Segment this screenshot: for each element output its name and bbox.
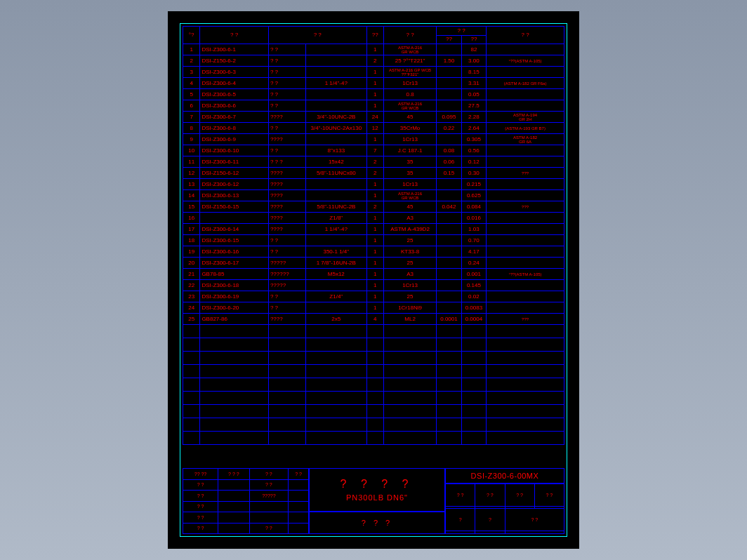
cell-w1: 1.50 xyxy=(437,55,461,67)
bom-row: 14DSI-Z300-6-13????1ASTM A-216GR WCB0.62… xyxy=(183,190,564,201)
bom-row: 9DSI-Z300-6-9????11Cr130.305ASTM A-182GR… xyxy=(183,134,564,145)
cell-name: ? ? xyxy=(268,55,305,67)
cell-code: DSI-Z300-6-6 xyxy=(200,100,269,112)
cell-w2: 82 xyxy=(461,44,486,55)
titleblock-left-cell: ? ? xyxy=(183,512,218,524)
titleblock-left-row: ? ? xyxy=(183,512,309,524)
titleblock-right-cell: ? xyxy=(446,509,475,531)
cell-name: ???? xyxy=(268,213,305,224)
cell-mat: ASTM A-216 GP WCB??"F321" xyxy=(383,67,436,78)
hdr-rem: ? ? xyxy=(487,27,564,44)
cell-spec: 5/8"-11UNC-2B xyxy=(306,201,366,213)
cell-w2: 0.30 xyxy=(461,168,486,179)
cell-spec xyxy=(306,235,366,246)
cell-w2: 0.016 xyxy=(461,213,486,224)
cell-seq: 15 xyxy=(183,201,200,213)
cell-w1 xyxy=(437,235,461,246)
bom-row: 4DSI-Z300-6-4? ?1 1/4"-4?11Cr133.31(ASTM… xyxy=(183,78,564,89)
title-block: ?? ??? ? ?? ?? ?? ?? ?? ??????? ?? ?? ??… xyxy=(183,468,564,534)
bom-row: 6DSI-Z300-6-6? ?1ASTM A-216GR WCB27.5 xyxy=(183,100,564,112)
cell-code: DSI-Z300-6-15 xyxy=(200,235,269,246)
cell-mat: A3 xyxy=(383,213,436,224)
cell-name: ? ? xyxy=(268,246,305,258)
bom-empty-row xyxy=(183,352,564,365)
content-area: °?? ?? ???? ?? ?????? ?1DSI-Z300-6-1? ?1… xyxy=(183,26,564,534)
titleblock-right-cell: ? ? xyxy=(505,509,564,531)
cell-rem xyxy=(487,213,564,224)
cell-name: ???? xyxy=(268,201,305,213)
cell-w2: 0.215 xyxy=(461,179,486,190)
cell-rem xyxy=(487,145,564,156)
cell-w1 xyxy=(437,280,461,291)
cell-rem: ??? xyxy=(487,201,564,213)
titleblock-left-cell xyxy=(289,479,309,491)
titleblock-right-cell xyxy=(475,531,505,534)
cell-spec xyxy=(306,190,366,201)
cell-code: DSI-Z300-6-17 xyxy=(200,258,269,269)
bom-empty-row xyxy=(183,338,564,352)
cell-qty: 1 xyxy=(366,134,383,145)
cell-code: DSI-Z300-6-14 xyxy=(200,224,269,235)
cell-code: DSI-Z300-6-4 xyxy=(200,78,269,89)
titleblock-left-cell xyxy=(289,512,309,524)
titleblock-left-cell: ? ? xyxy=(249,523,288,534)
titleblock-left-cell xyxy=(218,501,250,512)
cell-seq: 17 xyxy=(183,224,200,235)
cell-mat: 1Cr13 xyxy=(383,78,436,89)
cell-qty: 12 xyxy=(366,123,383,134)
cell-w2: 3.31 xyxy=(461,78,486,89)
cell-name: ????? xyxy=(268,258,305,269)
titleblock-right-cell: ? ? xyxy=(446,484,475,507)
title-sub: PN300LB DN6" xyxy=(346,493,408,502)
cell-seq: 13 xyxy=(183,179,200,190)
cell-mat: ML2 xyxy=(383,314,436,325)
titleblock-left-cell xyxy=(218,479,250,491)
cell-w2: 0.02 xyxy=(461,291,486,302)
cell-seq: 19 xyxy=(183,246,200,258)
cell-qty: 7 xyxy=(366,145,383,156)
cell-qty: 1 xyxy=(366,302,383,314)
title-block-right: DSI-Z300-6-00MX ? ?? ?? ?? ???? ? xyxy=(445,468,564,534)
title-main: ? ? ? ? xyxy=(341,478,414,491)
cell-w2: 2.28 xyxy=(461,112,486,123)
cell-seq: 24 xyxy=(183,302,200,314)
cell-name: ???? xyxy=(268,190,305,201)
cell-w1 xyxy=(437,269,461,280)
cell-spec: 15x42 xyxy=(306,156,366,168)
cell-code: DSI-Z150-6-15 xyxy=(200,201,269,213)
cell-w1 xyxy=(437,224,461,235)
drawing-sheet: °?? ?? ???? ?? ?????? ?1DSI-Z300-6-1? ?1… xyxy=(171,15,576,545)
cell-qty: 1 xyxy=(366,44,383,55)
cell-w2: 8.15 xyxy=(461,67,486,78)
cell-seq: 16 xyxy=(183,213,200,224)
cell-w2: 0.625 xyxy=(461,190,486,201)
bom-empty-row xyxy=(183,378,564,392)
cell-w2: 27.5 xyxy=(461,100,486,112)
cell-name: ? ? xyxy=(268,302,305,314)
cell-w1 xyxy=(437,78,461,89)
cell-name: ? ? xyxy=(268,123,305,134)
cell-mat: 0.8 xyxy=(383,89,436,100)
cell-code: GB78-85 xyxy=(200,269,269,280)
cell-rem: ??? xyxy=(487,314,564,325)
titleblock-left-cell: ? ? xyxy=(183,501,218,512)
cell-spec: 2x5 xyxy=(306,314,366,325)
titleblock-left-row: ?? ??? ? ?? ?? ? xyxy=(183,469,309,480)
cell-mat: 35CrMo xyxy=(383,123,436,134)
titleblock-left-row: ? ?? ? xyxy=(183,523,309,534)
titleblock-right-row: ??? ? xyxy=(446,509,564,531)
cell-spec xyxy=(306,302,366,314)
cell-qty: 2 xyxy=(366,156,383,168)
bom-empty-row xyxy=(183,365,564,378)
cell-w1 xyxy=(437,291,461,302)
hdr-code: ? ? xyxy=(200,27,269,44)
cell-rem: (ASTM A-182 GR F6a) xyxy=(487,78,564,89)
cell-qty: 1 xyxy=(366,291,383,302)
cell-code: DSI-Z300-6-16 xyxy=(200,246,269,258)
cell-spec: 1 1/4"-4? xyxy=(306,78,366,89)
bom-row: 15DSI-Z150-6-15????5/8"-11UNC-2B2450.042… xyxy=(183,201,564,213)
cell-rem: ??? xyxy=(487,168,564,179)
cell-code: DSI-Z300-6-18 xyxy=(200,280,269,291)
cell-spec: 3/4"-10UNC-2B xyxy=(306,112,366,123)
cell-spec xyxy=(306,179,366,190)
